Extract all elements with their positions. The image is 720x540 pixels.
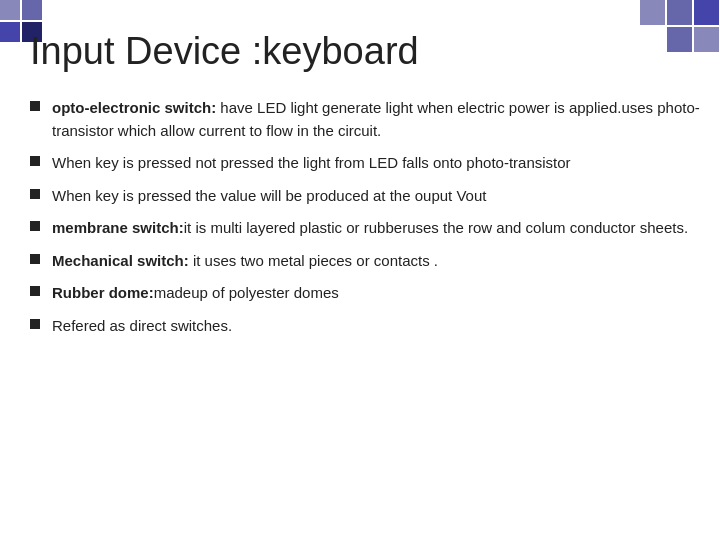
list-item: When key is pressed the value will be pr…	[30, 185, 700, 208]
bullet-icon	[30, 319, 40, 329]
list-item: membrane switch:it is multi layered plas…	[30, 217, 700, 240]
bullet-icon	[30, 101, 40, 111]
bullet-text: Mechanical switch: it uses two metal pie…	[52, 250, 700, 273]
bullet-icon	[30, 156, 40, 166]
bullet-text: Refered as direct switches.	[52, 315, 700, 338]
bullet-icon	[30, 286, 40, 296]
page-title: Input Device :keyboard	[30, 30, 700, 73]
main-content: Input Device :keyboard opto-electronic s…	[30, 20, 700, 520]
bullet-text: When key is pressed the value will be pr…	[52, 185, 700, 208]
bullet-bold-prefix: opto-electronic switch:	[52, 99, 216, 116]
svg-rect-0	[0, 0, 20, 20]
bullet-text: membrane switch:it is multi layered plas…	[52, 217, 700, 240]
bullet-text: opto-electronic switch: have LED light g…	[52, 97, 700, 142]
bullet-text: When key is pressed not pressed the ligh…	[52, 152, 700, 175]
bullet-bold-prefix: Rubber dome:	[52, 284, 154, 301]
bullet-icon	[30, 189, 40, 199]
list-item: opto-electronic switch: have LED light g…	[30, 97, 700, 142]
svg-rect-1	[22, 0, 42, 20]
list-item: When key is pressed not pressed the ligh…	[30, 152, 700, 175]
bullet-list: opto-electronic switch: have LED light g…	[30, 97, 700, 337]
list-item: Rubber dome:madeup of polyester domes	[30, 282, 700, 305]
bullet-icon	[30, 221, 40, 231]
svg-rect-2	[0, 22, 20, 42]
bullet-bold-prefix: membrane switch:	[52, 219, 184, 236]
bullet-bold-prefix: Mechanical switch:	[52, 252, 189, 269]
bullet-icon	[30, 254, 40, 264]
list-item: Mechanical switch: it uses two metal pie…	[30, 250, 700, 273]
list-item: Refered as direct switches.	[30, 315, 700, 338]
bullet-text: Rubber dome:madeup of polyester domes	[52, 282, 700, 305]
